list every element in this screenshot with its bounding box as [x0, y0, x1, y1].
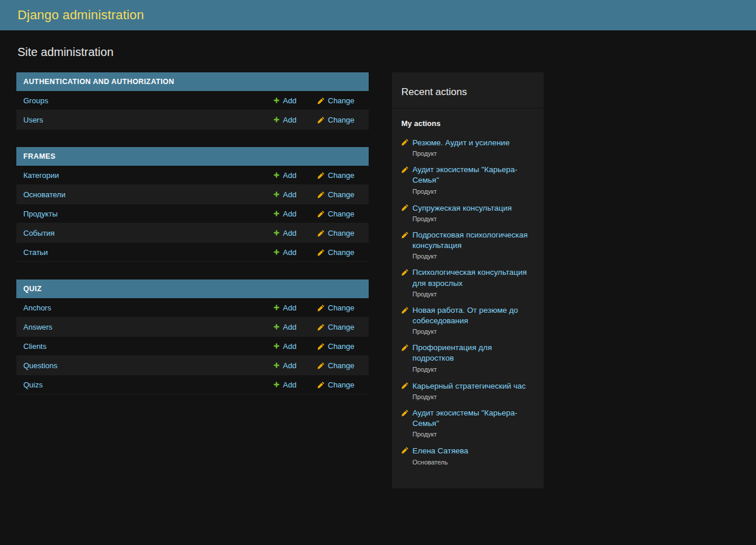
add-link-label: Add: [283, 323, 296, 331]
recent-action-item: Аудит экосистемы "Карьера-Семья" Продукт: [401, 165, 534, 194]
add-link[interactable]: Add: [273, 171, 307, 180]
recent-action-item: Елена Сатяева Основатель: [401, 445, 534, 465]
my-actions-heading: My actions: [392, 109, 544, 128]
pencil-icon: [401, 409, 409, 417]
app-module: Frames Категории Add Change Основатели A…: [16, 147, 369, 262]
branding-link[interactable]: Django administration: [18, 8, 144, 23]
recent-action-type: Продукт: [412, 188, 534, 195]
change-link[interactable]: Change: [317, 323, 362, 331]
change-link-label: Change: [328, 171, 355, 180]
pencil-icon: [317, 229, 325, 237]
recent-action-link[interactable]: Резюме. Аудит и усиление: [412, 138, 510, 148]
change-link-label: Change: [328, 342, 355, 351]
add-link[interactable]: Add: [273, 229, 307, 237]
change-link[interactable]: Change: [317, 248, 362, 257]
model-link[interactable]: Users: [23, 116, 43, 124]
add-link[interactable]: Add: [273, 209, 307, 218]
recent-action-link[interactable]: Подростковая психологическая консультаци…: [412, 230, 534, 251]
pencil-icon: [401, 166, 409, 173]
pencil-icon: [317, 343, 325, 350]
model-link[interactable]: Основатели: [23, 190, 65, 199]
recent-action-type: Продукт: [412, 150, 534, 157]
change-link-label: Change: [328, 209, 355, 218]
site-header: Django administration: [0, 0, 756, 30]
change-link[interactable]: Change: [317, 342, 362, 351]
model-link[interactable]: Groups: [23, 96, 48, 105]
change-link[interactable]: Change: [317, 116, 362, 124]
change-link-label: Change: [328, 248, 355, 257]
recent-action-type: Продукт: [412, 215, 534, 222]
model-link[interactable]: События: [23, 229, 55, 237]
app-section-title[interactable]: Authentication and Authorization: [16, 72, 369, 91]
table-row: Groups Add Change: [16, 91, 369, 110]
recent-actions-list: Резюме. Аудит и усиление Продукт Аудит э…: [392, 137, 544, 466]
add-link[interactable]: Add: [273, 248, 307, 257]
recent-action-type: Продукт: [412, 393, 534, 400]
pencil-icon: [317, 97, 325, 104]
model-link[interactable]: Quizs: [23, 380, 43, 389]
app-section-title[interactable]: Quiz: [16, 280, 369, 298]
add-link[interactable]: Add: [273, 303, 307, 312]
add-link[interactable]: Add: [273, 96, 307, 105]
recent-action-item: Супружеская консультация Продукт: [401, 202, 534, 222]
model-rows: Groups Add Change Users Add: [16, 91, 369, 130]
model-link[interactable]: Questions: [23, 361, 58, 370]
recent-action-link[interactable]: Профориентация для подростков: [412, 343, 534, 364]
app-section-title[interactable]: Frames: [16, 147, 369, 166]
add-link[interactable]: Add: [273, 116, 307, 124]
table-row: Users Add Change: [16, 110, 369, 130]
recent-action-item: Новая работа. От резюме до собеседования…: [401, 305, 534, 335]
change-link[interactable]: Change: [317, 229, 362, 237]
change-link[interactable]: Change: [317, 303, 362, 312]
pencil-icon: [317, 249, 325, 256]
recent-action-item: Психологическая консультация для взрослы…: [401, 267, 534, 297]
recent-action-type: Продукт: [412, 431, 534, 438]
change-link-label: Change: [328, 380, 355, 389]
pencil-icon: [401, 268, 409, 276]
change-link[interactable]: Change: [317, 380, 362, 389]
plus-icon: [273, 97, 280, 104]
change-link[interactable]: Change: [317, 190, 362, 199]
add-link[interactable]: Add: [273, 323, 307, 331]
change-link[interactable]: Change: [317, 209, 362, 218]
pencil-icon: [317, 191, 325, 198]
pencil-icon: [401, 446, 409, 454]
recent-action-item: Аудит экосистемы "Карьера-Семья" Продукт: [401, 408, 534, 438]
recent-action-type: Продукт: [412, 366, 534, 373]
recent-action-link[interactable]: Аудит экосистемы "Карьера-Семья": [412, 165, 534, 186]
app-module: Quiz Anchors Add Change Answers Add: [16, 280, 369, 394]
plus-icon: [273, 191, 280, 198]
pencil-icon: [317, 323, 325, 331]
model-link[interactable]: Продукты: [23, 209, 58, 218]
pencil-icon: [401, 204, 409, 211]
recent-action-link[interactable]: Карьерный стратегический час: [412, 381, 526, 392]
add-link[interactable]: Add: [273, 190, 307, 199]
pencil-icon: [401, 306, 409, 314]
change-link[interactable]: Change: [317, 96, 362, 105]
table-row: Answers Add Change: [16, 317, 369, 337]
add-link[interactable]: Add: [273, 342, 307, 351]
model-link[interactable]: Anchors: [23, 303, 51, 312]
table-row: Anchors Add Change: [16, 298, 369, 317]
recent-action-link[interactable]: Психологическая консультация для взрослы…: [412, 267, 534, 288]
recent-action-link[interactable]: Новая работа. От резюме до собеседования: [412, 305, 534, 326]
table-row: Продукты Add Change: [16, 204, 369, 223]
recent-action-link[interactable]: Аудит экосистемы "Карьера-Семья": [412, 408, 534, 429]
recent-action-type: Продукт: [412, 291, 534, 298]
add-link-label: Add: [283, 342, 296, 351]
change-link[interactable]: Change: [317, 171, 362, 180]
change-link-label: Change: [328, 361, 355, 370]
change-link[interactable]: Change: [317, 361, 362, 370]
model-link[interactable]: Answers: [23, 323, 52, 331]
model-link[interactable]: Категории: [23, 171, 59, 180]
recent-action-type: Продукт: [412, 328, 534, 335]
pencil-icon: [317, 362, 325, 369]
recent-action-link[interactable]: Елена Сатяева: [412, 446, 468, 456]
add-link[interactable]: Add: [273, 361, 307, 370]
recent-action-item: Резюме. Аудит и усиление Продукт: [401, 137, 534, 157]
add-link[interactable]: Add: [273, 380, 307, 389]
model-link[interactable]: Clients: [23, 342, 47, 351]
recent-action-link[interactable]: Супружеская консультация: [412, 203, 512, 214]
model-link[interactable]: Статьи: [23, 248, 48, 257]
add-link-label: Add: [283, 116, 296, 124]
